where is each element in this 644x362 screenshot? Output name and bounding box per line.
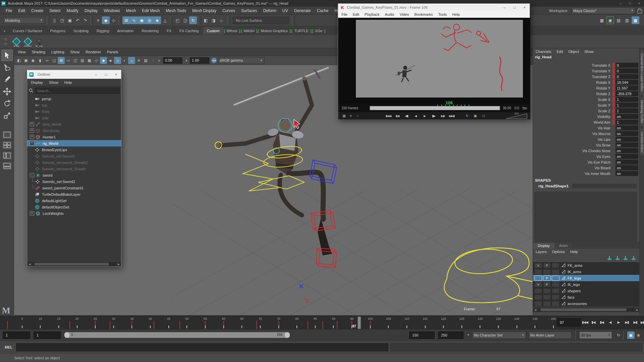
outliner-item-swords-set-sword-sheath2[interactable]: Swords_set:sword_Sheath2: [27, 159, 121, 166]
channel-row-translate-y[interactable]: Translate Y0: [533, 68, 639, 74]
outliner-item-skinsocks[interactable]: +SkinSocks: [27, 127, 121, 134]
move-layer-down-icon[interactable]: [615, 256, 620, 261]
range-end-handle[interactable]: [285, 332, 290, 338]
channel-name[interactable]: Vis Brow: [533, 143, 612, 147]
layer-playback-toggle[interactable]: P: [543, 282, 551, 287]
snap-grid-icon[interactable]: ⊞: [122, 16, 130, 24]
shelf-item-kf-mp[interactable]: kf_mp: [34, 36, 45, 48]
outliner-item-browseyeslips[interactable]: BrowsEyesLips: [27, 146, 121, 153]
channel-value[interactable]: on: [615, 160, 638, 165]
outliner-item-side[interactable]: side: [27, 115, 121, 121]
outliner-item-turtledefaultbakelayer[interactable]: TurtleDefaultBakeLayer: [27, 191, 121, 197]
gamma-field[interactable]: 1.00: [190, 57, 209, 64]
channel-row-vis-lips[interactable]: Vis Lipson: [533, 136, 639, 142]
side-tab-modeling-toolkit[interactable]: Modeling Toolkit: [640, 97, 644, 127]
menu-item-modify[interactable]: Modify: [63, 7, 81, 14]
layout-button-persp-graph-layout[interactable]: [2, 161, 12, 171]
menu-item-options[interactable]: Options: [549, 249, 568, 254]
shelf-tab-bifrost[interactable]: Bifrost: [225, 27, 238, 35]
menu-item-bookmarks[interactable]: Bookmarks: [412, 12, 435, 17]
maximize-button[interactable]: □: [101, 71, 111, 78]
menu-item-panels[interactable]: Panels: [104, 49, 121, 55]
snap-curve-icon[interactable]: ∿: [130, 16, 138, 24]
camera-attributes-icon[interactable]: ◉: [30, 57, 37, 64]
menu-item-display[interactable]: Display: [82, 7, 101, 14]
render-settings-icon[interactable]: ☼: [217, 16, 225, 24]
shelf-tab-polygons[interactable]: Polygons: [46, 27, 69, 35]
outliner-item-defaultlightset[interactable]: defaultLightSet: [27, 197, 121, 204]
textured-icon[interactable]: ◈: [107, 57, 114, 64]
wireframe-icon[interactable]: ◇: [93, 57, 100, 64]
channel-name[interactable]: Translate Z: [533, 75, 612, 79]
layer-tab-display[interactable]: Display: [533, 243, 554, 249]
shelf-tab-motion-graphics[interactable]: Motion Graphics: [260, 27, 289, 35]
channel-value[interactable]: on: [615, 165, 638, 170]
menu-item-renderer[interactable]: Renderer: [83, 49, 104, 55]
shelf-tab-turtle[interactable]: TURTLE: [293, 27, 310, 35]
expand-icon[interactable]: +: [30, 141, 34, 145]
search-input[interactable]: [35, 87, 120, 94]
field-chart-icon[interactable]: ▦: [86, 57, 93, 64]
create-layer-from-selected-icon[interactable]: [631, 256, 636, 261]
channel-row-vis-eyes[interactable]: Vis Eyeson: [533, 154, 639, 159]
undo-icon[interactable]: ↶: [74, 16, 82, 24]
outliner-item-lockweights[interactable]: +LockWeights: [27, 210, 121, 217]
channel-name[interactable]: Rotate Z: [533, 92, 612, 96]
outliner-item-sword-parentconstraint1[interactable]: sword_parentConstraint1: [27, 185, 121, 191]
menu-item-curves[interactable]: Curves: [219, 7, 238, 14]
layer-row-ik-arms[interactable]: IK_arms: [533, 268, 640, 275]
channel-name[interactable]: Scale Y: [533, 103, 612, 107]
shape-node-name[interactable]: rig_HeadShape1: [533, 184, 569, 188]
shadows-icon[interactable]: ◐: [121, 57, 128, 64]
minimize-button[interactable]: –: [616, 1, 625, 6]
channel-value[interactable]: on: [615, 114, 638, 119]
menu-item-windows[interactable]: Windows: [101, 7, 123, 14]
screen-space-ao-icon[interactable]: ◒: [128, 57, 135, 64]
channel-row-vis-cheeks-nose[interactable]: Vis Cheeks Noseon: [533, 148, 639, 154]
command-language-label[interactable]: MEL: [0, 345, 16, 349]
channel-name[interactable]: Vis Eyes: [533, 155, 612, 159]
channel-row-rotate-z[interactable]: Rotate Z-359.378: [533, 91, 639, 97]
channel-value[interactable]: on: [615, 131, 638, 136]
channel-row-vis-brow[interactable]: Vis Browon: [533, 142, 639, 148]
layer-playback-toggle[interactable]: P: [543, 276, 551, 281]
maximize-button[interactable]: □: [625, 1, 635, 6]
channel-name[interactable]: Vis Hair: [533, 126, 612, 130]
playback-end-field[interactable]: 150: [409, 331, 435, 339]
select-hierarchy-icon[interactable]: ≡: [94, 16, 102, 24]
movie-video-area[interactable]: [338, 18, 530, 104]
channel-name[interactable]: Vis Lips: [533, 137, 612, 141]
layer-playback-toggle[interactable]: [543, 269, 551, 275]
layer-visibility-toggle[interactable]: V: [534, 263, 542, 268]
channel-row-visibility[interactable]: Visibilityon: [533, 114, 639, 119]
isolate-select-icon[interactable]: ◌: [149, 57, 156, 64]
layer-row-ik-legs[interactable]: VPIK_legs: [533, 281, 640, 288]
menu-item-file[interactable]: File: [339, 12, 350, 17]
close-button[interactable]: ×: [635, 1, 644, 6]
channel-row-translate-x[interactable]: Translate X0: [533, 62, 639, 68]
layer-display-type-toggle[interactable]: [552, 295, 559, 300]
channel-name[interactable]: Vis Beard: [533, 166, 612, 170]
channel-row-vis-eye-patch[interactable]: Vis Eye Patchon: [533, 159, 639, 165]
outliner-title-bar[interactable]: M Outliner – □ ×: [27, 70, 121, 79]
collapse-icon[interactable]: -: [30, 173, 34, 177]
channel-row-translate-z[interactable]: Translate Z0: [533, 74, 639, 79]
menu-item-cache[interactable]: Cache: [314, 7, 331, 14]
layer-playback-toggle[interactable]: [543, 295, 551, 300]
next-bookmark-button[interactable]: ▶▮: [439, 113, 447, 119]
character-mesh[interactable]: [216, 68, 332, 255]
shelf-item-snap[interactable]: snap: [11, 36, 22, 48]
select-camera-icon[interactable]: ◧: [15, 57, 22, 64]
scroll-right-icon[interactable]: ▶: [116, 263, 121, 266]
maximize-button[interactable]: □: [509, 4, 520, 11]
menu-item-tools[interactable]: Tools: [435, 12, 449, 17]
channel-name[interactable]: Vis Macros: [533, 132, 612, 136]
layer-wireframe-icon[interactable]: [560, 282, 567, 287]
step-forward-key-button[interactable]: ▶▮: [623, 318, 631, 326]
layer-visibility-toggle[interactable]: [534, 269, 542, 275]
expand-icon[interactable]: +: [30, 128, 34, 133]
current-frame-marker[interactable]: 97: [358, 317, 361, 329]
expand-icon[interactable]: +: [30, 135, 34, 139]
play-backwards-button[interactable]: ◀: [606, 318, 614, 326]
channel-box-toggle-icon[interactable]: ▤: [615, 16, 623, 24]
